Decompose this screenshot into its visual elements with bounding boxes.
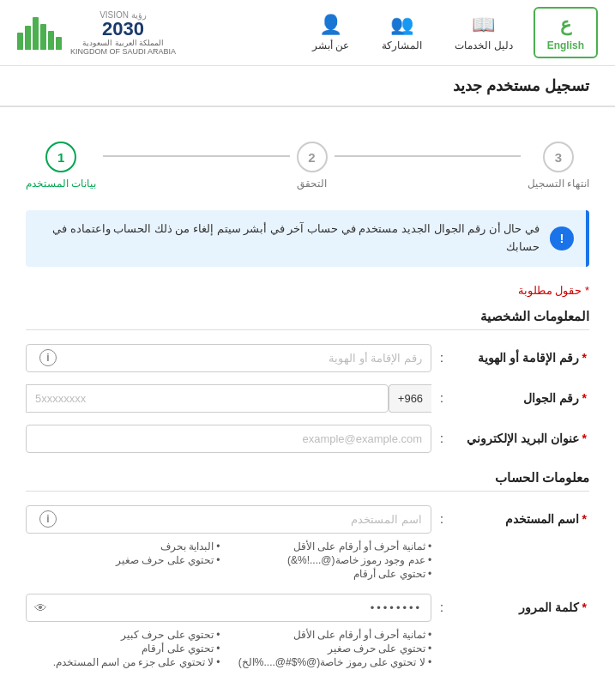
username-required-star: * — [582, 512, 587, 526]
username-input[interactable] — [26, 505, 431, 534]
kingdom-text: المملكة العربية السعودية — [82, 39, 164, 47]
password-hints: ثمانية أحرف أو أرقام على الأقل تحتوي على… — [26, 625, 431, 670]
password-input-wrap: 👁 ثمانية أحرف أو أرقام على الأقل تحتوي ع… — [26, 594, 431, 670]
phone-input-container: +966 — [26, 384, 431, 413]
page-title-bar: تسجيل مستخدم جديد — [0, 66, 615, 107]
hint-pw-2: تحتوي على حرف صغير — [238, 643, 432, 655]
password-hints-right: ثمانية أحرف أو أرقام على الأقل تحتوي على… — [238, 629, 432, 670]
id-number-input[interactable] — [26, 344, 431, 372]
step-2-label: التحقق — [297, 178, 327, 190]
mobile-input-wrap: +966 — [26, 384, 431, 413]
mobile-row: * رقم الجوال : +966 — [26, 384, 589, 413]
person-icon: 👤 — [319, 14, 342, 36]
id-input-container: i — [26, 344, 431, 372]
mobile-colon: : — [440, 384, 443, 405]
vision-logo: رؤية VISION 2030 المملكة العربية السعودي… — [70, 10, 176, 56]
info-banner: ! في حال أن رقم الجوال الجديد مستخدم في … — [26, 210, 589, 267]
username-input-wrap: i ثمانية أحرف أو أرقام على الأقل عدم وجو… — [26, 505, 431, 582]
hint-pw-4: تحتوي على حرف كبير — [26, 629, 220, 641]
id-number-row: * رقم الإقامة أو الهوية : i — [26, 344, 589, 372]
bar1 — [56, 37, 62, 50]
info-icon: ! — [550, 226, 574, 250]
mobile-label: * رقم الجوال — [452, 384, 589, 405]
absher-bars-logo — [17, 15, 62, 50]
bar5 — [25, 26, 31, 50]
logo-area: رؤية VISION 2030 المملكة العربية السعودي… — [17, 10, 176, 56]
id-info-icon[interactable]: i — [39, 349, 57, 366]
participation-label: المشاركة — [382, 39, 422, 51]
bar3 — [40, 24, 46, 50]
hint-username-3: تحتوي على أرقام — [238, 568, 432, 580]
about-label: عن أبشر — [312, 39, 349, 51]
username-input-container: i — [26, 505, 431, 534]
nav-service-guide[interactable]: 📖 دليل الخدمات — [443, 9, 524, 57]
hint-username-2: عدم وجود رموز خاصة(@....!%&) — [238, 554, 432, 566]
password-label: * كلمة المرور — [452, 594, 589, 614]
step-line-1 — [103, 155, 289, 157]
nav-participation[interactable]: 👥 المشاركة — [370, 9, 434, 57]
hint-username-5: تحتوي على حرف صغير — [26, 554, 220, 566]
main-content: 1 بيانات المستخدم 2 التحقق 3 انتهاء التس… — [0, 107, 615, 700]
page-title: تسجيل مستخدم جديد — [26, 76, 589, 95]
hint-pw-5: تحتوي على أرقام — [26, 643, 220, 655]
password-colon: : — [440, 594, 443, 614]
username-label: * اسم المستخدم — [452, 505, 589, 526]
hint-pw-1: ثمانية أحرف أو أرقام على الأقل — [238, 629, 432, 641]
password-row: * كلمة المرور : 👁 ثمانية أحرف أو أرقام ع… — [26, 594, 589, 670]
step-line-2 — [335, 155, 521, 157]
bar6 — [17, 33, 23, 50]
info-banner-text: في حال أن رقم الجوال الجديد مستخدم في حس… — [38, 220, 540, 256]
people-icon: 👥 — [390, 14, 413, 36]
step-3: 3 انتهاء التسجيل — [528, 142, 589, 190]
email-label: * عنوان البريد الإلكتروني — [452, 425, 589, 445]
bar4 — [33, 17, 39, 50]
book-icon: 📖 — [472, 14, 495, 36]
vision-year: 2030 — [102, 20, 144, 39]
hint-pw-3: لا تحتوي على رموز خاصة(@%$#@....%الخ) — [238, 656, 432, 668]
id-colon: : — [440, 344, 443, 365]
account-info-heading: معلومات الحساب — [26, 470, 589, 492]
step-3-circle: 3 — [543, 142, 574, 172]
nav-about[interactable]: 👤 عن أبشر — [300, 9, 361, 57]
phone-prefix: +966 — [389, 384, 431, 413]
hint-pw-6: لا تحتوي على جزء من اسم المستخدم. — [26, 656, 220, 668]
registration-stepper: 1 بيانات المستخدم 2 التحقق 3 انتهاء التس… — [26, 142, 589, 190]
bar2 — [48, 31, 54, 50]
nav-items: ع English 📖 دليل الخدمات 👥 المشاركة 👤 عن… — [300, 7, 598, 58]
phone-number-input[interactable] — [26, 384, 389, 413]
password-hints-left: تحتوي على حرف كبير تحتوي على أرقام لا تح… — [26, 629, 220, 670]
username-row: * اسم المستخدم : i ثمانية أحرف أو أرقام … — [26, 505, 589, 582]
id-input-wrap: i — [26, 344, 431, 372]
email-input[interactable] — [26, 425, 431, 453]
step-1-circle: 1 — [45, 142, 76, 172]
english-icon: ع — [560, 14, 571, 36]
hint-username-1: ثمانية أحرف أو أرقام على الأقل — [238, 540, 432, 552]
service-guide-label: دليل الخدمات — [455, 39, 512, 51]
step-3-label: انتهاء التسجيل — [528, 178, 589, 190]
step-2-circle: 2 — [297, 142, 328, 172]
email-input-wrap — [26, 425, 431, 453]
required-note: * حقول مطلوبة — [26, 284, 589, 297]
username-colon: : — [440, 505, 443, 526]
email-required-star: * — [582, 431, 587, 445]
mobile-required-star: * — [582, 391, 587, 405]
english-label: English — [547, 39, 584, 51]
password-input[interactable] — [26, 594, 431, 622]
step-2: 2 التحقق — [297, 142, 328, 190]
username-hints: ثمانية أحرف أو أرقام على الأقل عدم وجود … — [26, 537, 431, 582]
main-header: ع English 📖 دليل الخدمات 👥 المشاركة 👤 عن… — [0, 0, 615, 66]
username-hints-left: البداية بحرف تحتوي على حرف صغير — [26, 540, 220, 582]
password-input-container: 👁 — [26, 594, 431, 622]
step-1-label: بيانات المستخدم — [26, 178, 96, 190]
step-1: 1 بيانات المستخدم — [26, 142, 96, 190]
username-hints-right: ثمانية أحرف أو أرقام على الأقل عدم وجود … — [238, 540, 432, 582]
username-info-icon[interactable]: i — [39, 510, 57, 528]
id-number-label: * رقم الإقامة أو الهوية — [452, 344, 589, 365]
personal-info-heading: المعلومات الشخصية — [26, 309, 589, 330]
hint-username-4: البداية بحرف — [26, 540, 220, 552]
nav-english[interactable]: ع English — [534, 7, 598, 58]
email-row: * عنوان البريد الإلكتروني : — [26, 425, 589, 453]
password-required-star: * — [582, 600, 587, 614]
kingdom-text-en: KINGDOM OF SAUDI ARABIA — [70, 47, 176, 56]
eye-icon[interactable]: 👁 — [34, 600, 47, 615]
